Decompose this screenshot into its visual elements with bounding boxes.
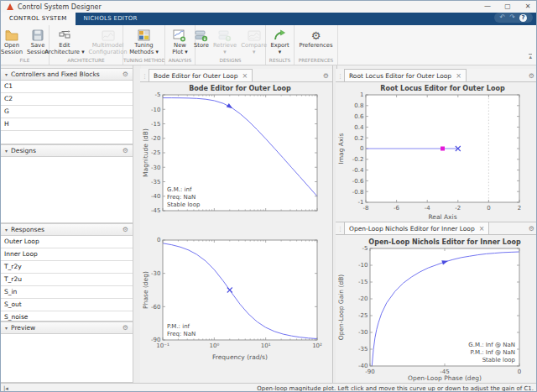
nichols-plot[interactable]: -90-450-40-35-30-25-20-15-10-5Open-Loop …: [336, 235, 537, 386]
preview-area: [1, 334, 133, 383]
chevron-down-icon: ▾: [5, 325, 8, 331]
close-button[interactable]: ✕: [518, 1, 537, 13]
close-tab-icon[interactable]: ×: [479, 225, 485, 233]
list-item-g[interactable]: G: [1, 106, 133, 118]
gear-icon[interactable]: ⚙: [123, 147, 128, 154]
list-item-h[interactable]: H: [1, 118, 133, 131]
chevron-down-icon: ▾: [5, 71, 8, 77]
multimodel-configuration-icon: [102, 28, 115, 43]
tuning-methods-button[interactable]: TuningMethods ▾: [128, 27, 160, 55]
chevron-down-icon: ▾: [5, 227, 8, 233]
svg-text:-15: -15: [358, 279, 368, 285]
open-folder-icon: [5, 28, 18, 43]
list-item-c1[interactable]: C1: [1, 81, 133, 93]
save-disk-icon: [32, 28, 44, 43]
status-bar: |◂ Open-loop magnitude plot. Left click …: [1, 383, 537, 392]
svg-text:-0.4: -0.4: [352, 167, 364, 174]
tab-nichols-editor[interactable]: NICHOLS EDITOR: [76, 13, 146, 25]
list-item-s-in[interactable]: S_in: [1, 286, 133, 299]
maximize-button[interactable]: ▢: [498, 1, 518, 13]
svg-text:-10: -10: [151, 107, 160, 113]
root-locus-tab-strip: ⋮ Root Locus Editor for Outer Loop × ⚙: [336, 69, 537, 82]
svg-text:-4: -4: [425, 205, 431, 212]
list-item-outer-loop[interactable]: Outer Loop: [1, 236, 133, 248]
tuning-methods-icon: [138, 28, 150, 43]
retrieve-icon: [218, 28, 232, 43]
compare-button[interactable]: Compare▾: [239, 27, 268, 55]
export-button[interactable]: Export▾: [268, 27, 290, 55]
panel-gear-icon[interactable]: ⚙: [529, 225, 534, 233]
svg-text:0.6: 0.6: [354, 113, 364, 120]
group-label-analysis: ANALYSIS: [165, 57, 195, 65]
minimize-button[interactable]: —: [477, 1, 498, 13]
svg-text:2: 2: [518, 205, 521, 212]
ribbon-toolbar: OpenSession SaveSession FILE EditArchite…: [1, 25, 537, 65]
svg-text:10²: 10²: [312, 342, 322, 349]
svg-text:-35: -35: [358, 346, 368, 353]
gear-icon[interactable]: ⚙: [123, 324, 128, 332]
svg-text:Bode Editor for Outer Loop: Bode Editor for Outer Loop: [189, 85, 291, 92]
svg-text:-40: -40: [151, 193, 160, 200]
window-title: Control System Designer: [18, 3, 102, 11]
responses-list: Outer Loop Inner Loop T_r2y T_r2u S_in S…: [1, 236, 133, 321]
svg-text:Real Axis: Real Axis: [428, 213, 456, 221]
tab-nichols-editor-panel[interactable]: Open-Loop Nichols Editor for Inner Loop …: [344, 222, 489, 234]
panel-gear-icon[interactable]: ⚙: [323, 72, 329, 80]
section-header-controllers[interactable]: ▾ Controllers and Fixed Blocks ⚙: [1, 68, 133, 81]
export-icon: [274, 28, 286, 43]
svg-text:-0.8: -0.8: [352, 189, 364, 196]
collapse-ribbon-icon[interactable]: ▴: [529, 54, 532, 60]
help-icon[interactable]: ?: [519, 14, 527, 22]
group-preferences: ⚙ Preferences PREFERENCES: [295, 25, 338, 65]
list-item-t-r2y[interactable]: T_r2y: [1, 261, 133, 274]
retrieve-button[interactable]: Retrieve▾: [211, 27, 238, 55]
group-file: OpenSession SaveSession FILE: [1, 25, 50, 65]
undo-icon[interactable]: ↶: [500, 13, 506, 23]
tab-control-system[interactable]: CONTROL SYSTEM: [1, 13, 76, 25]
list-item-t-r2u[interactable]: T_r2u: [1, 274, 133, 286]
svg-text:-0.6: -0.6: [352, 178, 364, 185]
close-tab-icon[interactable]: ×: [242, 72, 248, 80]
drag-handle-icon[interactable]: ⋮: [337, 73, 343, 80]
svg-text:0: 0: [157, 237, 160, 243]
svg-text:Freq: NaN: Freq: NaN: [167, 331, 196, 337]
scroll-left-icon[interactable]: |◂: [3, 385, 8, 392]
bode-phase-plot[interactable]: 10⁻¹10⁰10¹10²-90-60-300Frequency (rad/s)…: [140, 219, 332, 365]
svg-text:-6: -6: [394, 205, 400, 212]
svg-text:-45: -45: [151, 207, 160, 214]
group-architecture: EditArchitecture ▾ MultimodelConfigurati…: [50, 25, 123, 65]
tab-bode-editor[interactable]: Bode Editor for Outer Loop ×: [149, 69, 253, 81]
redo-icon[interactable]: ↷: [509, 13, 515, 23]
gear-icon[interactable]: ⚙: [123, 226, 128, 233]
open-session-button[interactable]: OpenSession: [0, 27, 24, 55]
edit-architecture-icon: [58, 28, 71, 43]
group-designs: Store Retrieve▾ Compare▾ DESIGNS: [196, 25, 266, 65]
close-tab-icon[interactable]: ×: [456, 72, 461, 80]
svg-text:-5: -5: [362, 245, 368, 252]
gear-icon[interactable]: ⚙: [123, 71, 128, 78]
preferences-button[interactable]: ⚙ Preferences: [298, 27, 335, 50]
group-label-results: RESULTS: [266, 57, 294, 65]
list-item-inner-loop[interactable]: Inner Loop: [1, 248, 133, 261]
controllers-list: C1 C2 G H: [1, 81, 133, 144]
new-plot-button[interactable]: NewPlot ▾: [170, 27, 189, 55]
section-header-responses[interactable]: ▾ Responses ⚙: [1, 223, 133, 236]
bode-magnitude-plot[interactable]: -45-40-35-30-25-20-15-10-5Bode Editor fo…: [140, 82, 332, 222]
drag-handle-icon[interactable]: ⋮: [142, 73, 148, 80]
drag-handle-icon[interactable]: ⋮: [337, 226, 343, 233]
svg-text:0.2: 0.2: [354, 135, 363, 142]
section-header-preview[interactable]: ▾ Preview ⚙: [1, 321, 133, 334]
svg-text:Open-Loop Nichols Editor for I: Open-Loop Nichols Editor for Inner Loop: [368, 238, 521, 246]
nichols-tab-strip: ⋮ Open-Loop Nichols Editor for Inner Loo…: [336, 222, 537, 235]
svg-text:0: 0: [487, 205, 490, 212]
store-button[interactable]: Store: [192, 27, 211, 50]
edit-architecture-button[interactable]: EditArchitecture ▾: [43, 27, 86, 55]
list-item-c2[interactable]: C2: [1, 93, 133, 106]
svg-text:-8: -8: [363, 205, 369, 212]
quick-access-bar: ↶ ↷ ?: [494, 13, 533, 23]
panel-gear-icon[interactable]: ⚙: [529, 72, 534, 80]
root-locus-plot[interactable]: -8-6-4-202-1-0.8-0.6-0.4-0.200.20.40.60.…: [336, 82, 537, 225]
section-header-designs[interactable]: ▾ Designs ⚙: [1, 144, 133, 157]
list-item-s-out[interactable]: S_out: [1, 299, 133, 311]
tab-root-locus-editor[interactable]: Root Locus Editor for Outer Loop ×: [344, 69, 467, 81]
